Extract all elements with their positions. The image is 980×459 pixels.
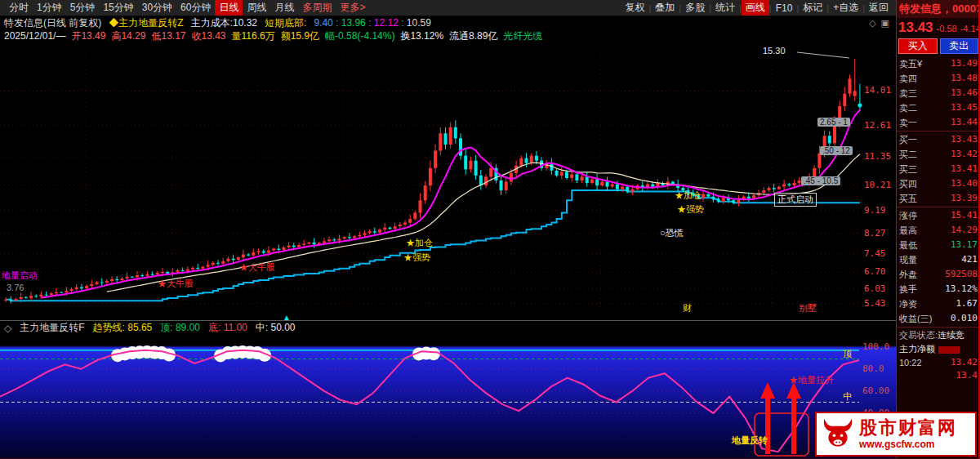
chart-annotation: 3.76 [7, 283, 24, 292]
price-axis-label: 11.35 [864, 151, 891, 162]
tool-item-5[interactable]: F10 [772, 2, 797, 15]
tool-item-4[interactable]: 画线 [742, 0, 769, 16]
ohlc-field: 高14.29 [111, 30, 145, 42]
bid-row-1[interactable]: 买一13.43 [897, 132, 980, 147]
candlestick-svg [0, 42, 896, 320]
main-indicator-name[interactable]: ◆主力地量反转Z [109, 16, 183, 30]
price-change: -0.58 [937, 24, 957, 33]
trade-status-label: 交易状态: [899, 330, 938, 340]
zhuli-net-value [938, 346, 960, 354]
period-item-10[interactable]: 更多> [336, 0, 369, 16]
period-item-4[interactable]: 30分钟 [138, 0, 176, 16]
price-axis-label: 9.19 [864, 205, 886, 216]
tick-list: 10:2213.4213.4 [897, 356, 980, 382]
ohlc-field: 换13.12% [400, 30, 443, 42]
indicator-param: 趋势线: 85.65 [93, 322, 153, 333]
stat-row-6: 净资1.67 [897, 296, 980, 311]
chart-annotation: 地量启动 [2, 270, 38, 282]
price-axis-label: 6.70 [864, 266, 886, 277]
ohlc-field: 光纤光缆 [503, 30, 542, 42]
orderbook-divider [897, 131, 980, 131]
short-bottom-value: 12.12 [374, 17, 399, 29]
ask-row-1[interactable]: 卖一13.44 [897, 115, 980, 130]
tool-item-3[interactable]: 统计 [711, 0, 739, 16]
collapse-icon[interactable]: ◇ [869, 18, 875, 29]
indicator-panel-chart[interactable]: 100.080.060.0040.00 地量反转★地量拉升顶中 [0, 335, 896, 459]
tool-item-7[interactable]: +自选 [829, 0, 862, 16]
buy-button[interactable]: 买入 [898, 38, 938, 54]
chart-annotation: 财 [683, 302, 692, 314]
bid-row-2[interactable]: 买二13.42 [897, 147, 980, 162]
period-item-0[interactable]: 分时 [5, 0, 33, 16]
order-buttons: 买入 卖出 [897, 38, 980, 56]
bid-row-5[interactable]: 买五13.39 [897, 191, 980, 206]
zhuli-net-label: 主力净额 [899, 344, 935, 354]
indicator-annotation: 中 [843, 390, 852, 403]
tick-row: 13.4 [897, 369, 980, 382]
site-url[interactable]: www.gscfw.com [859, 439, 957, 450]
tools-menu: 复权|叠加|多股|统计|画线|F10|标记|+自选|返回 [621, 0, 896, 16]
short-bottom-values: 9.40 : 13.96 : 12.12 : 10.59 [314, 17, 431, 29]
tool-item-2[interactable]: 多股 [681, 0, 709, 16]
period-item-7[interactable]: 周线 [243, 0, 270, 16]
period-item-3[interactable]: 15分钟 [99, 0, 137, 16]
ohlc-field: 流通8.89亿 [449, 30, 497, 42]
period-item-2[interactable]: 5分钟 [66, 0, 100, 16]
price-axis-label: 14.01 [864, 85, 891, 96]
status-divider [897, 327, 980, 328]
stock-title: 特发信息(日线 前复权) [4, 16, 101, 30]
ohlc-field: 开13.49 [71, 30, 105, 42]
ask-row-3[interactable]: 卖三13.46 [897, 86, 980, 100]
chart-annotation: ★强势 [403, 252, 430, 264]
price-axis-label: 8.27 [864, 228, 886, 238]
site-watermark: 股市财富网 www.gscfw.com [815, 412, 977, 457]
price-axis-label: 12.61 [864, 120, 891, 131]
tool-item-1[interactable]: 叠加 [651, 0, 679, 16]
chart-annotation: 15.30 [763, 46, 786, 56]
short-bottom-value: 10.59 [407, 17, 431, 29]
main-candlestick-chart[interactable]: 14.0112.6111.3510.219.198.277.456.706.03… [0, 42, 896, 320]
ohlc-field: 幅-0.58(-4.14%) [325, 30, 394, 42]
period-item-1[interactable]: 1分钟 [33, 0, 66, 16]
ask-row-5[interactable]: 卖五¥13.49 [897, 56, 980, 71]
chart-annotation: ★大牛股 [239, 261, 275, 274]
ask-row-2[interactable]: 卖二13.45 [897, 100, 980, 115]
indicator-param: 底: 11.00 [208, 322, 247, 333]
indicator-collapse-icon[interactable]: ◇ [4, 323, 11, 334]
indicator-param: 中: 50.00 [256, 322, 296, 333]
chart-annotation: .50 - 12 [820, 146, 853, 155]
period-item-8[interactable]: 月线 [270, 0, 298, 16]
period-item-6[interactable]: 日线 [215, 0, 243, 16]
stats-divider [897, 207, 980, 207]
bid-row-3[interactable]: 买三13.41 [897, 162, 980, 176]
chart-annotation: ★加仓 [406, 237, 433, 249]
zhuli-net-row[interactable]: 主力净额 [897, 342, 980, 356]
chart-title-row: 特发信息(日线 前复权) ◆主力地量反转Z 主力成本:10.32 短期底部: 9… [0, 16, 896, 29]
period-item-5[interactable]: 60分钟 [176, 0, 215, 16]
indicator-param: 顶: 89.00 [160, 322, 200, 333]
tool-item-0[interactable]: 复权 [621, 0, 648, 16]
site-name: 股市财富网 [859, 418, 957, 438]
window-icon[interactable]: ▣ [881, 18, 889, 29]
indicator-axis-label: 80.0 [862, 363, 884, 374]
price-change-pct: -4.14% [960, 24, 980, 33]
ohlc-data-row: 2025/12/01/— 开13.49高14.29低13.17收13.43量11… [0, 29, 896, 42]
chart-annotation: 别墅 [799, 302, 817, 314]
indicator-axis-label: 100.0 [862, 341, 889, 352]
short-bottom-label: 短期底部: [265, 16, 306, 30]
sell-button[interactable]: 卖出 [940, 38, 979, 54]
site-text: 股市财富网 www.gscfw.com [859, 418, 957, 449]
price-block: 13.43 -0.58 -4.14% [897, 18, 980, 38]
tool-item-6[interactable]: 标记 [799, 0, 826, 16]
period-item-9[interactable]: 多周期 [298, 0, 336, 16]
trade-status-value: 连续竞 [938, 330, 964, 340]
window-control-icons: ◇ ▣ [869, 18, 896, 29]
indicator-name[interactable]: 主力地量反转F [20, 321, 84, 335]
ask-row-4[interactable]: 卖四13.48 [897, 71, 980, 86]
tool-item-8[interactable]: 返回 [865, 0, 893, 16]
chart-annotation: ★加仓 [675, 189, 702, 202]
stat-row-2: 最低13.17 [897, 238, 980, 252]
bid-row-4[interactable]: 买四13.40 [897, 176, 980, 191]
stat-row-7: 收益(三)0.010 [897, 311, 980, 326]
panel-divider-marker-icon[interactable]: ▲ [283, 313, 291, 322]
